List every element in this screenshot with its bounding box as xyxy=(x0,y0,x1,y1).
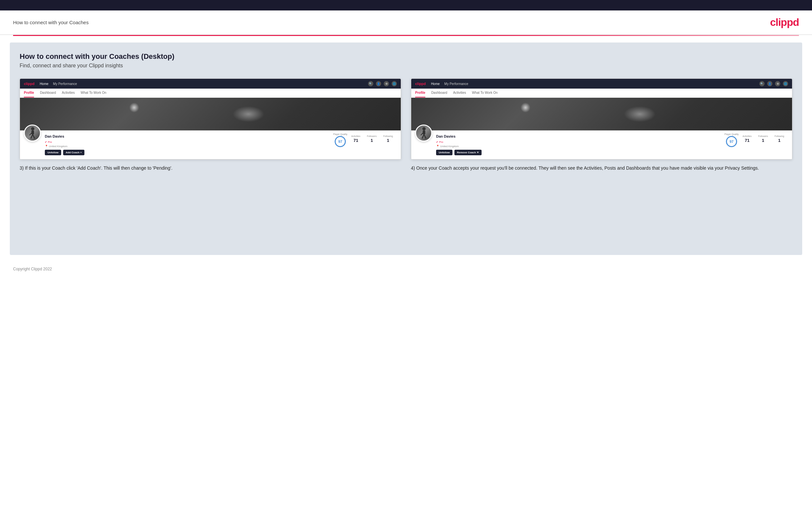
mini-name-4: Dan Davies xyxy=(436,134,714,138)
tab-dashboard-4[interactable]: Dashboard xyxy=(431,89,447,98)
settings-icon-4[interactable]: ⚙ xyxy=(775,81,780,86)
user-icon-3[interactable]: 👤 xyxy=(376,81,381,86)
mini-nav-4: clippd Home My Performance 🔍 👤 ⚙ 🌐 xyxy=(411,79,792,89)
page-heading: How to connect with your Coaches (Deskto… xyxy=(20,52,792,61)
top-bar xyxy=(0,0,812,10)
mini-badge-4: ✔ Pro xyxy=(436,140,443,144)
screenshots-row: clippd Home My Performance 🔍 👤 ⚙ 🌐 Profi… xyxy=(20,78,792,172)
quality-label-3: Player Quality xyxy=(333,133,347,135)
mini-nav-icons-3: 🔍 👤 ⚙ 🌐 xyxy=(368,81,397,86)
quality-circle-3: 97 xyxy=(335,136,346,147)
stat-value-followers-4: 1 xyxy=(762,138,764,143)
mini-badge-3: ✔ Pro xyxy=(45,140,52,144)
mini-name-3: Dan Davies xyxy=(45,134,322,138)
stat-label-activities-4: Activities xyxy=(743,135,752,137)
tab-dashboard-3[interactable]: Dashboard xyxy=(40,89,56,98)
caption-3: 3) If this is your Coach click 'Add Coac… xyxy=(20,165,401,172)
globe-icon-4[interactable]: 🌐 xyxy=(783,81,788,86)
svg-line-8 xyxy=(424,134,426,138)
svg-point-5 xyxy=(422,127,426,130)
mini-avatar-3 xyxy=(24,124,41,142)
mini-stat-activities-3: Activities 71 xyxy=(351,135,360,143)
stat-label-followers-4: Followers xyxy=(758,135,768,137)
screenshot-block-4: clippd Home My Performance 🔍 👤 ⚙ 🌐 Profi… xyxy=(411,78,792,172)
mini-profile-info-4: Dan Davies ✔ Pro 📍 United Kingdom Unfoll… xyxy=(436,133,714,155)
mini-nav-icons-4: 🔍 👤 ⚙ 🌐 xyxy=(759,81,788,86)
tab-profile-4[interactable]: Profile xyxy=(415,89,425,98)
golfer-silhouette-4 xyxy=(419,127,429,140)
mini-tabs-3: Profile Dashboard Activities What To Wor… xyxy=(20,89,401,98)
user-icon-4[interactable]: 👤 xyxy=(767,81,772,86)
mini-location-4: 📍 United Kingdom xyxy=(436,145,714,148)
mini-nav-performance-4[interactable]: My Performance xyxy=(444,82,468,86)
quality-circle-4: 97 xyxy=(726,136,737,147)
mini-profile-info-3: Dan Davies ✔ Pro 📍 United Kingdom Unfoll… xyxy=(45,133,322,155)
stat-label-following-4: Following xyxy=(774,135,784,137)
logo: clippd xyxy=(770,16,799,29)
tab-activities-4[interactable]: Activities xyxy=(453,89,466,98)
tab-activities-3[interactable]: Activities xyxy=(62,89,74,98)
mini-nav-home-3[interactable]: Home xyxy=(40,82,48,86)
search-icon-3[interactable]: 🔍 xyxy=(368,81,373,86)
stat-value-followers-3: 1 xyxy=(371,138,373,143)
tab-what-to-work-on-3[interactable]: What To Work On xyxy=(81,89,107,98)
mini-quality-4: Player Quality 97 xyxy=(724,133,739,147)
stat-value-following-3: 1 xyxy=(387,138,389,143)
svg-line-7 xyxy=(422,134,424,138)
header-title: How to connect with your Coaches xyxy=(13,19,89,25)
mini-stat-following-3: Following 1 xyxy=(383,135,393,143)
stat-label-activities-3: Activities xyxy=(351,135,360,137)
mini-hero-3 xyxy=(20,98,401,130)
unfollow-button-4[interactable]: Unfollow xyxy=(436,150,452,155)
mini-nav-performance-3[interactable]: My Performance xyxy=(53,82,77,86)
header: How to connect with your Coaches clippd xyxy=(0,10,812,35)
main-content: How to connect with your Coaches (Deskto… xyxy=(10,43,802,255)
tab-profile-3[interactable]: Profile xyxy=(24,89,34,98)
svg-line-2 xyxy=(31,134,33,138)
mini-stats-4: Activities 71 Followers 1 Following 1 xyxy=(743,135,788,143)
mini-stat-followers-3: Followers 1 xyxy=(367,135,376,143)
mini-nav-links-3: Home My Performance xyxy=(40,82,77,86)
settings-icon-3[interactable]: ⚙ xyxy=(384,81,389,86)
mini-profile-section-3: Dan Davies ✔ Pro 📍 United Kingdom Unfoll… xyxy=(20,130,401,159)
mini-logo-4: clippd xyxy=(415,82,426,86)
mini-nav-home-4[interactable]: Home xyxy=(431,82,440,86)
mini-profile-section-4: Dan Davies ✔ Pro 📍 United Kingdom Unfoll… xyxy=(411,130,792,159)
mini-nav-3: clippd Home My Performance 🔍 👤 ⚙ 🌐 xyxy=(20,79,401,89)
stat-value-activities-4: 71 xyxy=(745,138,749,143)
svg-line-3 xyxy=(33,134,35,138)
mini-logo-3: clippd xyxy=(24,82,34,86)
mini-buttons-4: Unfollow Remove Coach ✕ xyxy=(436,150,714,155)
hero-golf-bg-4 xyxy=(411,98,792,130)
screenshot-4: clippd Home My Performance 🔍 👤 ⚙ 🌐 Profi… xyxy=(411,78,792,160)
search-icon-4[interactable]: 🔍 xyxy=(759,81,765,86)
tab-what-to-work-on-4[interactable]: What To Work On xyxy=(472,89,498,98)
mini-stat-followers-4: Followers 1 xyxy=(758,135,768,143)
mini-stat-following-4: Following 1 xyxy=(774,135,784,143)
stat-value-activities-3: 71 xyxy=(353,138,358,143)
caption-4: 4) Once your Coach accepts your request … xyxy=(411,165,792,172)
remove-coach-button-4[interactable]: Remove Coach ✕ xyxy=(454,150,481,155)
unfollow-button-3[interactable]: Unfollow xyxy=(45,150,61,155)
globe-icon-3[interactable]: 🌐 xyxy=(392,81,397,86)
quality-label-4: Player Quality xyxy=(724,133,739,135)
mini-tabs-4: Profile Dashboard Activities What To Wor… xyxy=(411,89,792,98)
footer-copyright: Copyright Clippd 2022 xyxy=(13,267,52,271)
mini-hero-4 xyxy=(411,98,792,130)
page-subheading: Find, connect and share your Clippd insi… xyxy=(20,63,792,69)
stat-value-following-4: 1 xyxy=(778,138,780,143)
mini-quality-3: Player Quality 97 xyxy=(333,133,347,147)
screenshot-block-3: clippd Home My Performance 🔍 👤 ⚙ 🌐 Profi… xyxy=(20,78,401,172)
stat-label-following-3: Following xyxy=(383,135,393,137)
screenshot-3: clippd Home My Performance 🔍 👤 ⚙ 🌐 Profi… xyxy=(20,78,401,160)
add-coach-button-3[interactable]: Add Coach + xyxy=(63,150,85,155)
mini-location-3: 📍 United Kingdom xyxy=(45,145,322,148)
mini-nav-links-4: Home My Performance xyxy=(431,82,468,86)
svg-point-0 xyxy=(31,127,34,130)
mini-stat-activities-4: Activities 71 xyxy=(743,135,752,143)
hero-golf-bg-3 xyxy=(20,98,401,130)
footer: Copyright Clippd 2022 xyxy=(0,262,812,277)
stat-label-followers-3: Followers xyxy=(367,135,376,137)
header-divider xyxy=(13,35,799,36)
mini-avatar-4 xyxy=(415,124,432,142)
